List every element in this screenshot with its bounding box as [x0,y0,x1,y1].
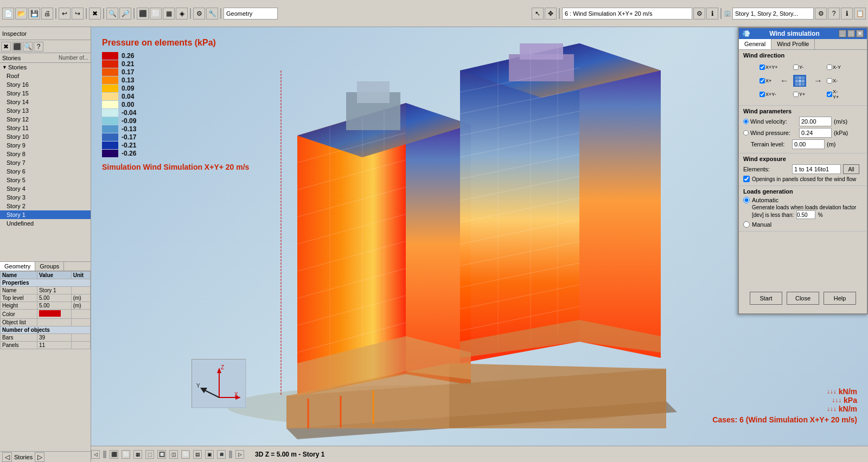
story-item-7[interactable]: Story 7 [0,158,91,167]
new-btn[interactable]: 📄 [2,8,14,20]
automatic-radio[interactable] [743,197,750,203]
status-btn12[interactable]: ▷ [235,450,244,459]
all-button[interactable]: All [843,164,859,174]
help-btn[interactable]: ? [828,8,840,20]
story-item-5[interactable]: Story 5 [0,176,91,184]
tool4[interactable]: ◈ [176,8,188,20]
insp-help[interactable]: ? [34,42,43,52]
status-btn3[interactable]: ⬜ [122,450,130,459]
zoom-out-btn[interactable]: 🔎 [119,8,131,20]
wind-pressure-input[interactable] [799,128,832,138]
insp-btn2[interactable]: ⬛ [12,42,22,52]
color-swatch[interactable] [39,310,61,317]
terrain-level-input[interactable] [792,139,825,149]
sim-info[interactable]: ℹ [706,8,718,20]
status-btn9[interactable]: ▤ [193,450,202,459]
story-item-12[interactable]: Story 12 [0,115,91,124]
status-btn10[interactable]: ▣ [205,450,214,459]
story-nav-prev[interactable]: ◁ [2,452,12,462]
dir-xy-plus-check[interactable] [760,65,765,70]
wind-panel-minimize[interactable]: _ [839,30,846,37]
status-btn5[interactable]: ⬚ [145,450,154,459]
status-btn4[interactable]: ▦ [133,450,142,459]
open-btn[interactable]: 📂 [15,8,27,20]
elements-input[interactable] [792,164,841,174]
story-nav-next[interactable]: ▷ [35,452,44,462]
tab-groups[interactable]: Groups [35,262,64,271]
wind-velocity-input[interactable] [799,117,832,126]
dir-x-plus-y-minus[interactable]: X+Y- [760,92,776,97]
story-item-10[interactable]: Story 10 [0,132,91,141]
story-item-16[interactable]: Story 16 [0,80,91,89]
undo-btn[interactable]: ↩ [59,8,71,20]
dir-x-minus-y-check[interactable] [827,65,832,70]
stories-root-item[interactable]: ▼ Stories [0,63,91,72]
deviation-input[interactable] [796,210,815,219]
help-button[interactable]: Help [824,292,856,305]
story-item-1[interactable]: Story 1 [0,210,91,219]
story-item-roof[interactable]: Roof [0,72,91,80]
story-item-14[interactable]: Story 14 [0,98,91,106]
tool1[interactable]: ⬛ [137,8,149,20]
save-btn[interactable]: 💾 [28,8,40,20]
story-item-8[interactable]: Story 8 [0,150,91,158]
wind-velocity-radio[interactable] [743,119,749,124]
dir-x-minus-y-plus[interactable]: X-Y+ [827,89,843,100]
story-item-2[interactable]: Story 2 [0,202,91,210]
info-btn2[interactable]: ℹ [841,8,853,20]
redo-btn[interactable]: ↪ [72,8,84,20]
dir-x-plus-check[interactable] [760,78,765,84]
zoom-in-btn[interactable]: 🔍 [106,8,118,20]
geometry-dropdown[interactable]: Geometry [224,8,278,20]
status-btn1[interactable]: ◁ [91,450,100,459]
status-btn11[interactable]: 🔳 [217,450,226,459]
dir-y-plus[interactable]: Y+ [793,92,809,97]
cursor-btn[interactable]: ↖ [532,8,544,20]
dir-x-plus[interactable]: X+ [760,78,776,84]
dir-x-minus-y-plus[interactable]: X-Y [827,65,843,70]
openings-checkbox[interactable] [743,176,750,182]
story-item-9[interactable]: Story 9 [0,141,91,150]
wind-tab-profile[interactable]: Wind Profile [771,39,815,49]
tool3[interactable]: ▦ [163,8,175,20]
dir-y-minus-check[interactable] [793,65,799,70]
story-item-13[interactable]: Story 13 [0,106,91,115]
story-item-15[interactable]: Story 15 [0,89,91,98]
start-button[interactable]: Start [750,292,782,305]
insp-btn1[interactable]: ✖ [1,42,11,52]
prop-color-value[interactable] [37,310,71,319]
insp-zoom[interactable]: 🔍 [23,42,33,52]
story-settings-btn[interactable]: ⚙ [815,8,827,20]
delete-btn[interactable]: ✖ [89,8,101,20]
dir-x-minus-check[interactable] [827,78,832,84]
close-button[interactable]: Close [787,292,819,305]
tool6[interactable]: 🔧 [206,8,218,20]
wind-panel-maximize[interactable]: □ [847,30,855,37]
extra-btn[interactable]: 📋 [854,8,866,20]
tab-geometry[interactable]: Geometry [0,262,35,271]
simulation-dropdown[interactable]: 6 : Wind Simulation X+Y+ 20 m/s [562,8,692,20]
dir-y-minus[interactable]: Y- [793,65,809,70]
story-item-11[interactable]: Story 11 [0,124,91,132]
status-btn7[interactable]: ◫ [169,450,178,459]
tool5[interactable]: ⚙ [193,8,205,20]
wind-panel-close[interactable]: ✕ [856,30,864,37]
dir-y-plus-check[interactable] [793,92,799,97]
story-selector[interactable]: 🏢 Story 1, Story 2, Story... [724,8,814,20]
story-item-4[interactable]: Story 4 [0,184,91,193]
wind-tab-general[interactable]: General [739,39,771,49]
manual-radio[interactable] [743,221,750,228]
status-btn2[interactable]: ⬛ [110,450,118,459]
dir-xy-plus[interactable]: X+Y+ [760,65,776,70]
wind-pressure-radio[interactable] [743,130,749,136]
story-item-undefined[interactable]: Undefined [0,219,91,228]
tool2[interactable]: ⬜ [150,8,162,20]
dir-x-minus[interactable]: X- [827,78,843,84]
dir-x-plus-y-minus-check[interactable] [760,92,765,97]
dir-x-minus-y-plus-check[interactable] [827,92,832,97]
move-btn[interactable]: ✥ [545,8,557,20]
status-btn6[interactable]: 🔲 [157,450,166,459]
print-btn[interactable]: 🖨 [41,8,53,20]
sim-settings[interactable]: ⚙ [693,8,705,20]
story-item-3[interactable]: Story 3 [0,193,91,202]
